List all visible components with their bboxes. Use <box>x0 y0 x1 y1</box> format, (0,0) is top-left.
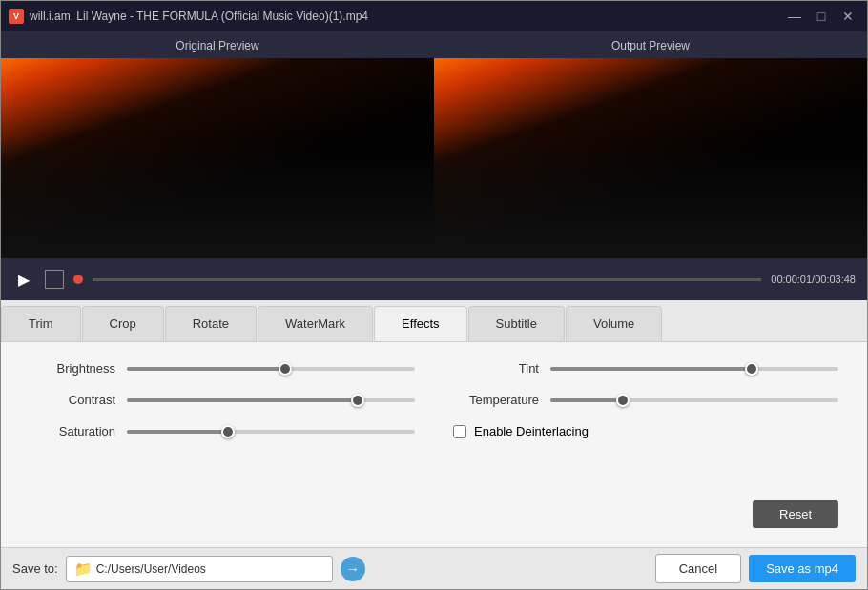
saturation-fill <box>127 430 228 434</box>
tab-watermark[interactable]: WaterMark <box>258 306 373 341</box>
brightness-thumb[interactable] <box>279 362 292 376</box>
temperature-row: Temperature <box>453 393 838 407</box>
tint-fill <box>550 367 752 371</box>
original-preview-label: Original Preview <box>1 39 434 52</box>
temperature-label: Temperature <box>453 393 539 407</box>
window-title: will.i.am, Lil Wayne - THE FORMULA (Offi… <box>30 10 783 23</box>
output-video-pane[interactable] <box>434 58 867 258</box>
contrast-row: Contrast <box>30 393 415 407</box>
tint-label: Tint <box>453 361 539 376</box>
time-display: 00:00:01/00:03:48 <box>771 274 856 285</box>
save-mp4-button[interactable]: Save as mp4 <box>749 555 856 582</box>
tabs: Trim Crop Rotate WaterMark Effects Subti… <box>1 300 867 341</box>
tint-row: Tint <box>453 361 838 376</box>
contrast-fill <box>127 398 358 402</box>
progress-track[interactable] <box>93 278 761 281</box>
output-video-scene <box>434 58 867 258</box>
tab-rotate[interactable]: Rotate <box>165 306 257 341</box>
saturation-thumb[interactable] <box>221 425 235 438</box>
save-path: C:/Users/User/Videos <box>96 562 206 576</box>
contrast-thumb[interactable] <box>351 394 364 407</box>
preview-videos <box>1 58 867 258</box>
brightness-row: Brightness <box>30 361 415 376</box>
right-sliders: Tint Temperature En <box>453 361 838 489</box>
time-total: 00:03:48 <box>815 274 856 285</box>
progress-dot <box>73 275 83 284</box>
maximize-button[interactable]: □ <box>810 7 833 26</box>
left-sliders: Brightness Contrast Saturation <box>30 361 415 489</box>
saturation-row: Saturation <box>30 424 415 438</box>
temperature-slider[interactable] <box>550 398 838 402</box>
contrast-slider[interactable] <box>127 398 415 402</box>
close-button[interactable]: ✕ <box>837 7 859 26</box>
app-icon: V <box>9 9 24 24</box>
stop-button[interactable] <box>45 270 64 289</box>
deinterlacing-checkbox[interactable] <box>453 425 466 438</box>
preview-labels: Original Preview Output Preview <box>1 39 867 58</box>
time-current: 00:00:01 <box>771 274 812 285</box>
tab-crop[interactable]: Crop <box>82 306 164 341</box>
tint-slider[interactable] <box>550 367 838 371</box>
playback-bar: ▶ 00:00:01/00:03:48 <box>1 258 867 300</box>
tab-trim[interactable]: Trim <box>1 306 81 341</box>
cancel-button[interactable]: Cancel <box>655 554 741 583</box>
tabs-area: Trim Crop Rotate WaterMark Effects Subti… <box>1 300 867 342</box>
folder-icon: 📁 <box>74 560 93 578</box>
reset-button[interactable]: Reset <box>753 500 838 528</box>
effects-grid: Brightness Contrast Saturation <box>30 361 838 489</box>
main-window: V will.i.am, Lil Wayne - THE FORMULA (Of… <box>0 0 868 590</box>
output-preview-label: Output Preview <box>434 39 867 52</box>
brightness-label: Brightness <box>30 361 115 376</box>
window-controls: — □ ✕ <box>783 7 859 26</box>
tab-subtitle[interactable]: Subtitle <box>468 306 565 341</box>
title-bar: V will.i.am, Lil Wayne - THE FORMULA (Of… <box>1 1 867 31</box>
brightness-fill <box>127 367 285 371</box>
saturation-slider[interactable] <box>127 430 415 434</box>
temperature-thumb[interactable] <box>616 394 630 407</box>
effects-panel: Brightness Contrast Saturation <box>1 342 867 547</box>
saturation-label: Saturation <box>30 424 115 438</box>
tab-effects[interactable]: Effects <box>374 306 467 341</box>
temperature-fill <box>550 398 623 402</box>
browse-button[interactable]: → <box>341 557 365 581</box>
minimize-button[interactable]: — <box>783 7 806 26</box>
deinterlacing-row: Enable Deinterlacing <box>453 424 838 438</box>
contrast-label: Contrast <box>30 393 115 407</box>
preview-area: Original Preview Output Preview <box>1 31 867 258</box>
save-to-label: Save to: <box>12 561 58 576</box>
original-video-pane[interactable] <box>1 58 434 258</box>
tab-volume[interactable]: Volume <box>566 306 662 341</box>
original-video-scene <box>1 58 434 258</box>
deinterlacing-label[interactable]: Enable Deinterlacing <box>474 424 589 438</box>
tint-thumb[interactable] <box>745 362 758 376</box>
play-button[interactable]: ▶ <box>12 268 35 291</box>
path-box[interactable]: 📁 C:/Users/User/Videos <box>66 556 333 582</box>
reset-row: Reset <box>30 500 838 528</box>
bottom-bar: Save to: 📁 C:/Users/User/Videos → Cancel… <box>1 547 867 589</box>
brightness-slider[interactable] <box>127 367 415 371</box>
